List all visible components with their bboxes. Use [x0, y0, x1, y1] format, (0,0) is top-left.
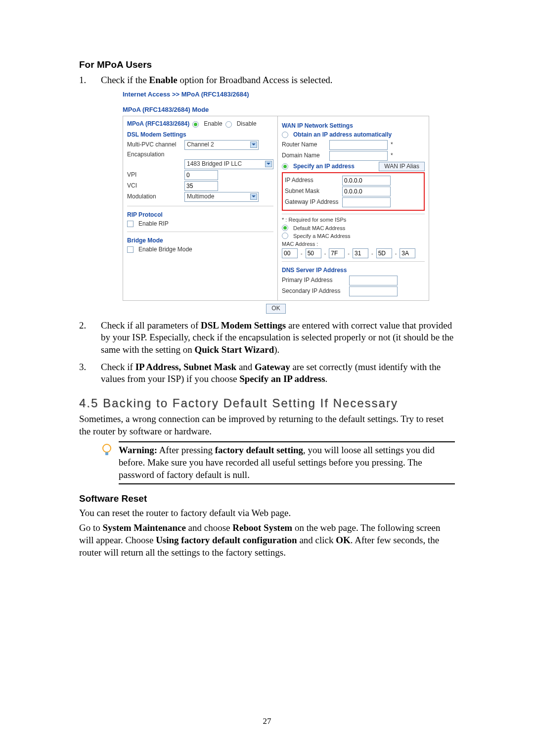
swr-pre: Go to	[79, 522, 103, 533]
router-name-input[interactable]	[329, 140, 388, 150]
modulation-label: Modulation	[127, 193, 181, 201]
multipvc-label: Multi-PVC channel	[127, 141, 181, 149]
vpi-input[interactable]	[184, 170, 218, 180]
chevron-down-icon	[252, 143, 256, 145]
wan-heading: WAN IP Network Settings	[282, 122, 425, 130]
domain-name-label: Domain Name	[282, 152, 326, 160]
breadcrumb: Internet Access >> MPoA (RFC1483/2684)	[123, 91, 429, 99]
default-mac-label: Default MAC Address	[293, 225, 345, 232]
vci-input[interactable]	[184, 181, 218, 191]
step-3: 3. Check if IP Address, Subnet Mask and …	[79, 361, 455, 385]
obtain-auto-radio[interactable]	[282, 132, 288, 138]
swr-mid1: and choose	[186, 522, 232, 533]
ip-highlight-box: IP Address Subnet Mask Gateway IP Addres…	[282, 172, 425, 211]
mpoa-users-heading: For MPoA Users	[79, 59, 455, 70]
step1-bold: Enable	[149, 75, 178, 85]
software-reset-p2: Go to System Maintenance and choose Rebo…	[79, 522, 455, 559]
dns-heading: DNS Server IP Address	[282, 267, 425, 275]
warning-block: Warning: After pressing factory default …	[101, 441, 455, 484]
ip-label: IP Address	[285, 177, 339, 185]
chevron-down-icon	[267, 163, 270, 165]
section-45-intro: Sometimes, a wrong connection can be imp…	[79, 413, 455, 437]
enable-bridge-label: Enable Bridge Mode	[138, 246, 192, 254]
gateway-input[interactable]	[342, 197, 391, 207]
mpoa-enable-row: MPoA (RFC1483/2684) Enable Disable	[127, 120, 273, 128]
step1-post: option for Broadband Access is selected.	[178, 75, 333, 85]
lightbulb-icon	[101, 443, 113, 459]
disable-label: Disable	[237, 120, 257, 128]
primary-ip-input[interactable]	[349, 276, 398, 285]
wan-ip-alias-button[interactable]: WAN IP Alias	[379, 162, 425, 172]
multipvc-value: Channel 2	[187, 141, 214, 149]
warning-mid1: After pressing	[157, 445, 215, 455]
specify-mac-radio[interactable]	[282, 233, 288, 239]
bridge-heading: Bridge Mode	[127, 237, 273, 245]
primary-ip-label: Primary IP Address	[282, 277, 346, 284]
ip-input[interactable]	[342, 176, 391, 186]
step2-post: ).	[274, 344, 279, 355]
required-star: *	[391, 141, 393, 149]
obtain-auto-label: Obtain an IP address automatically	[293, 131, 392, 139]
required-star: *	[391, 152, 393, 160]
vpi-label: VPI	[127, 171, 181, 179]
step3-pre: Check if	[101, 362, 135, 372]
mac-2[interactable]	[329, 248, 345, 258]
rip-heading: RIP Protocol	[127, 211, 273, 219]
svg-rect-1	[105, 452, 108, 455]
step3-b2: Gateway	[255, 362, 290, 372]
step-1: 1. Check if the Enable option for Broadb…	[79, 74, 455, 314]
vci-label: VCI	[127, 182, 181, 190]
enable-rip-label: Enable RIP	[138, 220, 169, 228]
ok-button[interactable]: OK	[266, 304, 285, 314]
specify-mac-label: Specify a MAC Address	[293, 233, 351, 239]
enable-label: Enable	[204, 120, 222, 128]
step3-b3: Specify an IP address	[239, 374, 325, 384]
page-number: 27	[0, 716, 534, 726]
domain-name-input[interactable]	[329, 151, 388, 161]
chevron-down-icon	[252, 195, 256, 197]
step2-b1: DSL Modem Settings	[201, 320, 286, 331]
specify-ip-label: Specify an IP address	[293, 163, 355, 171]
mac-1[interactable]	[306, 248, 321, 258]
step-2: 2. Check if all parameters of DSL Modem …	[79, 320, 455, 356]
modulation-value: Multimode	[187, 193, 214, 201]
enable-radio[interactable]	[192, 121, 199, 128]
step3-mid1: and	[236, 362, 255, 372]
mac-0[interactable]	[282, 248, 298, 258]
multipvc-select[interactable]: Channel 2	[184, 140, 259, 150]
specify-ip-radio[interactable]	[282, 163, 288, 170]
router-screenshot: Internet Access >> MPoA (RFC1483/2684) M…	[123, 91, 429, 314]
warning-label: Warning:	[119, 445, 157, 455]
subnet-label: Subnet Mask	[285, 188, 339, 195]
mac-3[interactable]	[353, 248, 368, 258]
swr-b3: Using factory default configuration	[156, 535, 297, 545]
default-mac-radio[interactable]	[282, 225, 288, 231]
mac-address-row: - - - - -	[282, 248, 425, 258]
disable-radio[interactable]	[225, 121, 232, 128]
enable-rip-checkbox[interactable]	[127, 221, 134, 227]
swr-b1: System Maintenance	[103, 522, 186, 533]
secondary-ip-label: Secondary IP Address	[282, 287, 346, 295]
mpoa-label: MPoA (RFC1483/2684)	[127, 120, 189, 128]
mac-4[interactable]	[376, 248, 392, 258]
step2-b2: Quick Start Wizard	[194, 344, 274, 355]
subnet-input[interactable]	[342, 187, 391, 196]
encaps-label: Encapsulation	[127, 151, 181, 159]
swr-b2: Reboot System	[232, 522, 292, 533]
mac-label: MAC Address :	[282, 240, 425, 247]
encaps-value: 1483 Bridged IP LLC	[187, 160, 242, 168]
encaps-select[interactable]: 1483 Bridged IP LLC	[184, 159, 273, 169]
modulation-select[interactable]: Multimode	[184, 192, 259, 202]
mac-5[interactable]	[400, 248, 415, 258]
step3-post: .	[325, 374, 328, 384]
section-45-heading: 4.5 Backing to Factory Default Setting I…	[79, 396, 455, 410]
step1-pre: Check if the	[101, 75, 149, 85]
router-name-label: Router Name	[282, 141, 326, 149]
step3-b1: IP Address, Subnet Mask	[135, 362, 237, 372]
svg-point-0	[103, 444, 111, 452]
secondary-ip-input[interactable]	[349, 286, 398, 296]
enable-bridge-checkbox[interactable]	[127, 246, 134, 253]
step2-pre: Check if all parameters of	[101, 320, 201, 331]
swr-b4: OK	[336, 535, 351, 545]
dsl-heading: DSL Modem Settings	[127, 131, 273, 139]
